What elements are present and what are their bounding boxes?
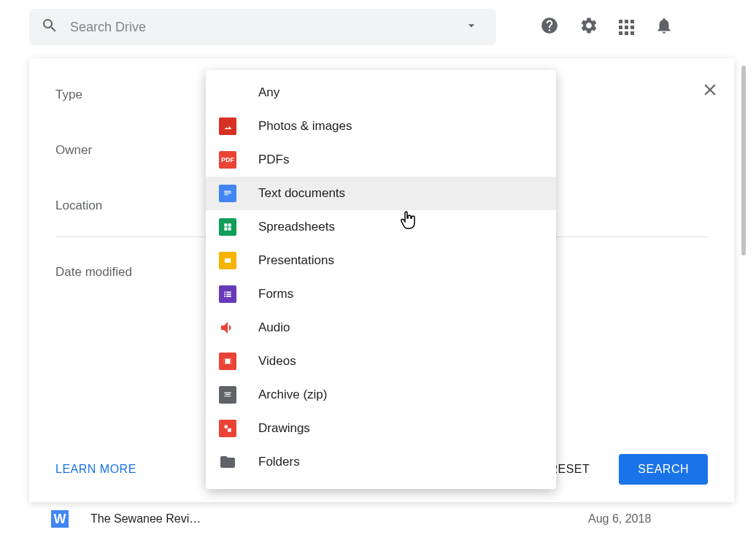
type-option-label: Photos & images xyxy=(258,119,352,134)
type-option-slides[interactable]: Presentations xyxy=(206,244,556,277)
help-icon[interactable] xyxy=(540,16,559,38)
pdf-icon: PDF xyxy=(219,151,236,169)
search-options-dropdown-icon[interactable] xyxy=(458,18,485,36)
type-option-label: Archive (zip) xyxy=(258,388,327,402)
svg-point-4 xyxy=(224,425,228,428)
svg-rect-0 xyxy=(225,258,231,263)
type-option-label: Presentations xyxy=(258,253,334,268)
search-box[interactable] xyxy=(29,9,496,45)
top-bar xyxy=(0,0,756,54)
type-option-drawing[interactable]: Drawings xyxy=(206,412,556,445)
type-option-archive[interactable]: Archive (zip) xyxy=(206,378,556,412)
type-dropdown: AnyPhotos & imagesPDFPDFsText documentsS… xyxy=(206,70,556,489)
archive-icon xyxy=(219,386,236,404)
type-option-audio[interactable]: Audio xyxy=(206,311,556,345)
filter-label-location: Location xyxy=(55,199,231,213)
slides-icon xyxy=(219,252,236,269)
apps-icon[interactable] xyxy=(619,20,634,35)
learn-more-link[interactable]: LEARN MORE xyxy=(55,463,136,476)
filter-label-date: Date modified xyxy=(55,265,231,280)
filter-label-owner: Owner xyxy=(55,143,231,158)
type-option-form[interactable]: Forms xyxy=(206,277,556,311)
search-input[interactable] xyxy=(70,20,458,35)
filter-label-type: Type xyxy=(55,88,231,102)
close-icon[interactable] xyxy=(701,80,720,102)
file-type-icon: W xyxy=(51,510,69,528)
type-option-pdf[interactable]: PDFPDFs xyxy=(206,143,556,177)
folder-icon xyxy=(219,453,236,471)
blank-icon xyxy=(219,84,236,101)
file-name: The Sewanee Revi… xyxy=(90,512,588,526)
type-option-label: Folders xyxy=(258,455,300,469)
notifications-icon[interactable] xyxy=(655,16,674,38)
svg-rect-2 xyxy=(224,359,225,364)
type-option-sheet[interactable]: Spreadsheets xyxy=(206,210,556,244)
type-option-image[interactable]: Photos & images xyxy=(206,109,556,143)
file-row[interactable]: W The Sewanee Revi… Aug 6, 2018 xyxy=(51,503,734,535)
type-option-video[interactable]: Videos xyxy=(206,345,556,378)
drawing-icon xyxy=(219,420,236,437)
svg-rect-5 xyxy=(228,428,231,432)
type-option-label: Audio xyxy=(258,320,290,335)
video-icon xyxy=(219,353,236,370)
type-option-label: Forms xyxy=(258,287,293,301)
type-option-label: PDFs xyxy=(258,153,290,167)
type-option-label: Any xyxy=(258,85,279,100)
type-option-label: Videos xyxy=(258,354,296,369)
type-option-label: Text documents xyxy=(258,186,345,201)
type-option-doc[interactable]: Text documents xyxy=(206,177,556,210)
search-button[interactable]: SEARCH xyxy=(619,454,708,485)
type-option-any[interactable]: Any xyxy=(206,76,556,109)
form-icon xyxy=(219,285,236,303)
svg-rect-3 xyxy=(231,359,232,364)
audio-icon xyxy=(219,319,236,336)
sheet-icon xyxy=(219,218,236,236)
type-option-label: Spreadsheets xyxy=(258,220,335,234)
file-date: Aug 6, 2018 xyxy=(588,512,734,526)
scrollbar[interactable] xyxy=(741,66,746,255)
top-icons xyxy=(540,16,674,38)
search-icon xyxy=(41,17,58,37)
doc-icon xyxy=(219,185,236,202)
image-icon xyxy=(219,118,236,135)
type-option-label: Drawings xyxy=(258,421,310,436)
type-option-folder[interactable]: Folders xyxy=(206,445,556,479)
settings-icon[interactable] xyxy=(579,16,598,38)
